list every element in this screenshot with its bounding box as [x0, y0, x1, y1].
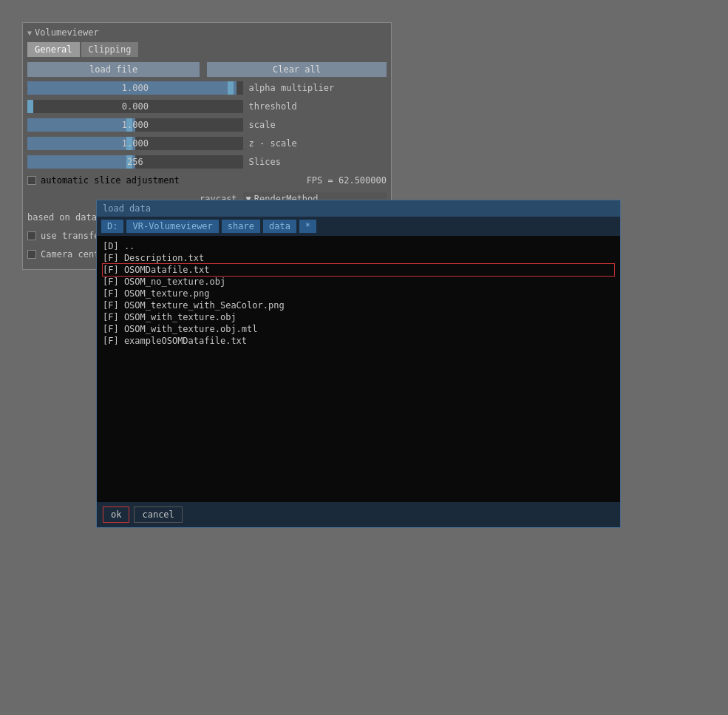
slices-row: 256 Slices — [27, 154, 387, 170]
breadcrumb-vr-volumeviewer[interactable]: VR-Volumeviewer — [126, 220, 218, 233]
file-item[interactable]: [F] OSOMDatafile.txt — [103, 264, 614, 276]
ok-button[interactable]: ok — [103, 506, 129, 523]
use-transfer-label: use transfer — [41, 231, 105, 241]
alpha-multiplier-slider[interactable]: 1.000 — [27, 81, 243, 95]
file-item[interactable]: [F] OSOM_with_texture.obj.mtl — [103, 323, 614, 335]
breadcrumb-share[interactable]: share — [222, 220, 260, 233]
cancel-button[interactable]: cancel — [134, 506, 182, 523]
fps-display: FPS = 62.500000 — [307, 175, 387, 186]
scale-value: 1.000 — [27, 120, 243, 130]
scale-row: 1.000 scale — [27, 117, 387, 133]
load-dialog: load data D: VR-Volumeviewer share data … — [96, 200, 621, 528]
file-item[interactable]: [F] OSOM_with_texture.obj — [103, 311, 614, 323]
dialog-title: load data — [103, 203, 151, 214]
panel-title: ▼ Volumeviewer — [27, 27, 387, 38]
breadcrumb-bar: D: VR-Volumeviewer share data * — [97, 217, 620, 236]
zscale-row: 1.000 z - scale — [27, 135, 387, 152]
camera-label: Camera centr — [41, 249, 105, 260]
dialog-title-bar: load data — [97, 200, 620, 217]
file-item[interactable]: [D] .. — [103, 240, 614, 252]
file-item[interactable]: [F] OSOM_no_texture.obj — [103, 276, 614, 288]
file-item[interactable]: [F] OSOM_texture.png — [103, 288, 614, 299]
auto-slice-label: automatic slice adjustment — [41, 175, 180, 186]
clear-all-button[interactable]: Clear all — [207, 62, 387, 77]
breadcrumb-wildcard[interactable]: * — [299, 220, 316, 233]
file-list: [D] ..[F] Description.txt[F] OSOMDatafil… — [97, 236, 620, 502]
load-file-button[interactable]: load file — [27, 62, 200, 77]
zscale-label: z - scale — [249, 138, 297, 149]
file-item[interactable]: [F] exampleOSOMDatafile.txt — [103, 335, 614, 347]
breadcrumb-data[interactable]: data — [263, 220, 296, 233]
zscale-value: 1.000 — [27, 138, 243, 149]
tab-clipping[interactable]: Clipping — [81, 42, 139, 57]
file-item[interactable]: [F] Description.txt — [103, 252, 614, 264]
alpha-multiplier-row: 1.000 alpha multiplier — [27, 80, 387, 96]
breadcrumb-drive[interactable]: D: — [101, 220, 123, 233]
scale-label: scale — [249, 120, 276, 130]
camera-checkbox[interactable] — [27, 250, 36, 259]
threshold-slider[interactable]: 0.000 — [27, 100, 243, 113]
threshold-value: 0.000 — [27, 101, 243, 112]
auto-slice-row: automatic slice adjustment FPS = 62.5000… — [27, 172, 387, 189]
threshold-label: threshold — [249, 101, 297, 112]
tab-general[interactable]: General — [27, 42, 80, 57]
zscale-slider[interactable]: 1.000 — [27, 137, 243, 150]
slices-slider[interactable]: 256 — [27, 155, 243, 169]
panel-title-text: Volumeviewer — [35, 27, 99, 38]
load-clear-row: load file Clear all — [27, 61, 387, 78]
based-on-label: based on data — [27, 212, 97, 223]
alpha-multiplier-value: 1.000 — [27, 83, 243, 93]
triangle-icon: ▼ — [27, 29, 32, 37]
scale-slider[interactable]: 1.000 — [27, 118, 243, 132]
threshold-row: 0.000 threshold — [27, 98, 387, 115]
slices-value: 256 — [27, 157, 243, 167]
auto-slice-checkbox[interactable] — [27, 176, 36, 185]
alpha-multiplier-label: alpha multiplier — [249, 83, 335, 93]
file-item[interactable]: [F] OSOM_texture_with_SeaColor.png — [103, 299, 614, 311]
use-transfer-checkbox[interactable] — [27, 231, 36, 240]
tabs-row: General Clipping — [27, 42, 387, 57]
dialog-buttons: ok cancel — [97, 502, 620, 527]
slices-label: Slices — [249, 157, 281, 167]
